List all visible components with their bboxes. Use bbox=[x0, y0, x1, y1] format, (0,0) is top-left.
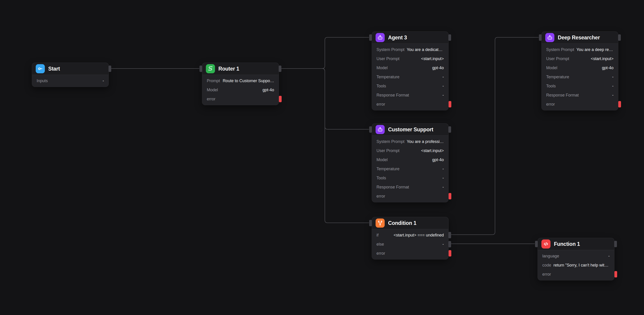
row-system-prompt: System Prompt You are a deep res… bbox=[542, 45, 618, 54]
row-value: - bbox=[388, 176, 444, 180]
node-title: Start bbox=[48, 66, 60, 72]
row-value: You are a professio… bbox=[407, 139, 444, 144]
row-error: error bbox=[372, 100, 448, 109]
branch-condition-icon bbox=[376, 218, 385, 228]
node-title: Router 1 bbox=[218, 66, 239, 72]
row-label: if bbox=[376, 233, 378, 238]
node-router-1[interactable]: Router 1 Prompt Route to Customer Suppo…… bbox=[202, 63, 279, 105]
node-title: Customer Support bbox=[388, 127, 433, 133]
node-agent-3-header[interactable]: Agent 3 bbox=[372, 32, 448, 44]
row-label: Tools bbox=[546, 84, 556, 89]
row-system-prompt: System Prompt You are a dedicate… bbox=[372, 45, 448, 54]
row-tools: Tools - bbox=[372, 173, 448, 183]
row-label: else bbox=[376, 242, 384, 247]
edge-condition-if-deep-researcher[interactable] bbox=[451, 37, 539, 235]
node-start-header[interactable]: Start bbox=[32, 63, 108, 75]
row-response-format: Response Format - bbox=[372, 183, 448, 192]
code-function-icon bbox=[542, 239, 550, 248]
row-value: <start.input> === undefined bbox=[381, 233, 444, 238]
row-value: - bbox=[572, 75, 614, 79]
row-model: Model gpt-4o bbox=[372, 155, 448, 164]
row-label: Model bbox=[207, 88, 218, 92]
port-in-agent-3[interactable] bbox=[369, 34, 372, 41]
agent-robot-icon bbox=[545, 33, 554, 42]
node-condition-1[interactable]: Condition 1 if <start.input> === undefin… bbox=[372, 217, 448, 259]
node-router-1-header[interactable]: Router 1 bbox=[202, 63, 279, 75]
start-icon bbox=[36, 64, 45, 73]
row-else: else - bbox=[372, 240, 448, 249]
port-in-customer-support[interactable] bbox=[369, 126, 372, 133]
port-in-deep-researcher[interactable] bbox=[539, 34, 542, 41]
row-label: Temperature bbox=[376, 75, 400, 79]
node-customer-support-header[interactable]: Customer Support bbox=[372, 124, 448, 136]
row-value: Route to Customer Suppo… bbox=[222, 79, 274, 83]
row-label: Model bbox=[376, 158, 388, 162]
error-indicator bbox=[279, 96, 282, 102]
row-temperature: Temperature - bbox=[542, 72, 618, 82]
row-value: - bbox=[581, 93, 614, 98]
node-title: Condition 1 bbox=[388, 220, 416, 226]
node-customer-support[interactable]: Customer Support System Prompt You are a… bbox=[372, 123, 448, 202]
row-user-prompt: User Prompt <start.input> bbox=[542, 54, 618, 63]
row-value: - bbox=[411, 185, 444, 190]
port-in-router-1[interactable] bbox=[200, 66, 202, 72]
row-label: User Prompt bbox=[376, 57, 400, 61]
error-indicator bbox=[618, 101, 621, 107]
row-temperature: Temperature - bbox=[372, 72, 448, 82]
row-value: - bbox=[402, 75, 444, 79]
row-model: Model gpt-4o bbox=[202, 85, 279, 95]
row-user-prompt: User Prompt <start.input> bbox=[372, 54, 448, 63]
row-value: - bbox=[50, 79, 104, 83]
row-label: System Prompt bbox=[376, 47, 404, 52]
port-out-customer-support[interactable] bbox=[448, 126, 451, 133]
row-value: <start.input> bbox=[572, 57, 614, 61]
row-value: gpt-4o bbox=[560, 66, 614, 70]
node-deep-researcher-header[interactable]: Deep Researcher bbox=[542, 32, 618, 44]
row-value: return "Sorry, I can't help with … bbox=[554, 263, 610, 268]
node-title: Deep Researcher bbox=[558, 35, 600, 41]
row-label: error bbox=[376, 194, 385, 199]
row-label: System Prompt bbox=[546, 47, 574, 52]
port-out-start[interactable] bbox=[108, 66, 111, 72]
row-error: error bbox=[538, 270, 614, 279]
row-label: Response Format bbox=[376, 93, 409, 98]
port-out-deep-researcher[interactable] bbox=[618, 34, 621, 41]
row-value: - bbox=[411, 93, 444, 98]
row-label: error bbox=[546, 102, 555, 107]
row-value: - bbox=[402, 167, 444, 171]
node-function-1-header[interactable]: Function 1 bbox=[538, 238, 614, 250]
row-label: Response Format bbox=[546, 93, 579, 98]
port-out-router-1[interactable] bbox=[279, 66, 282, 72]
row-value: gpt-4o bbox=[220, 88, 274, 92]
row-label: Tools bbox=[376, 84, 386, 89]
node-start[interactable]: Start Inputs - bbox=[32, 63, 109, 87]
row-model: Model gpt-4o bbox=[372, 63, 448, 72]
row-language: language - bbox=[538, 251, 614, 261]
agent-robot-icon bbox=[376, 33, 385, 42]
node-function-1[interactable]: Function 1 language - code return "Sorry… bbox=[538, 238, 614, 280]
flow-canvas[interactable]: Start Inputs - Router 1 bbox=[0, 0, 644, 315]
edge-router-1-agent-3[interactable] bbox=[281, 37, 369, 69]
node-agent-3[interactable]: Agent 3 System Prompt You are a dedicate… bbox=[372, 32, 448, 110]
node-condition-1-header[interactable]: Condition 1 bbox=[372, 217, 448, 229]
port-out-function-1[interactable] bbox=[614, 241, 617, 247]
port-out-condition-else[interactable] bbox=[448, 241, 451, 247]
row-label: code bbox=[542, 263, 551, 268]
node-deep-researcher[interactable]: Deep Researcher System Prompt You are a … bbox=[542, 32, 618, 110]
row-prompt: Prompt Route to Customer Suppo… bbox=[202, 76, 279, 85]
port-in-function-1[interactable] bbox=[535, 241, 538, 247]
row-response-format: Response Format - bbox=[372, 91, 448, 100]
edge-router-1-condition-1[interactable] bbox=[281, 69, 369, 223]
row-value: gpt-4o bbox=[390, 158, 444, 162]
port-in-condition-1[interactable] bbox=[369, 220, 372, 226]
port-out-condition-if[interactable] bbox=[448, 232, 451, 238]
row-label: Prompt bbox=[207, 79, 220, 83]
row-label: Temperature bbox=[546, 75, 569, 79]
row-value: You are a dedicate… bbox=[407, 47, 444, 52]
row-value: <start.input> bbox=[402, 57, 444, 61]
error-indicator bbox=[448, 250, 451, 256]
row-label: language bbox=[542, 254, 559, 258]
row-error: error bbox=[202, 95, 279, 104]
row-label: System Prompt bbox=[376, 139, 404, 144]
port-out-agent-3[interactable] bbox=[448, 34, 451, 41]
